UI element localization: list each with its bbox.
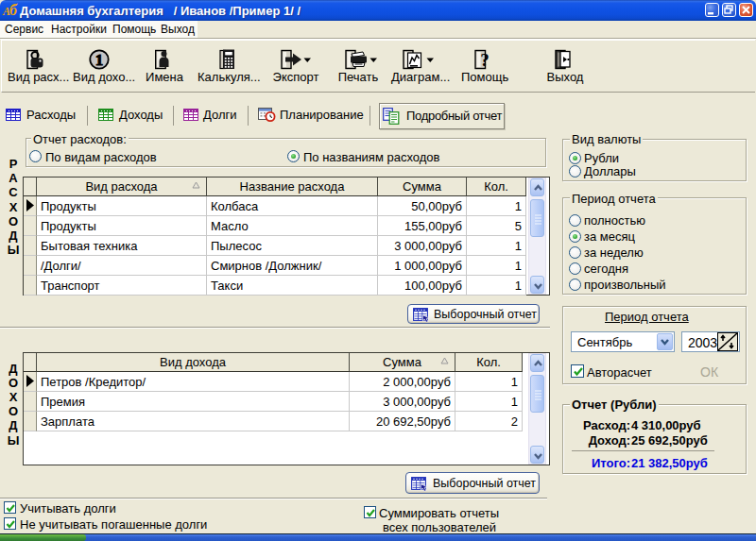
svg-text:1: 1 bbox=[95, 51, 104, 69]
svg-text:?: ? bbox=[480, 50, 490, 70]
